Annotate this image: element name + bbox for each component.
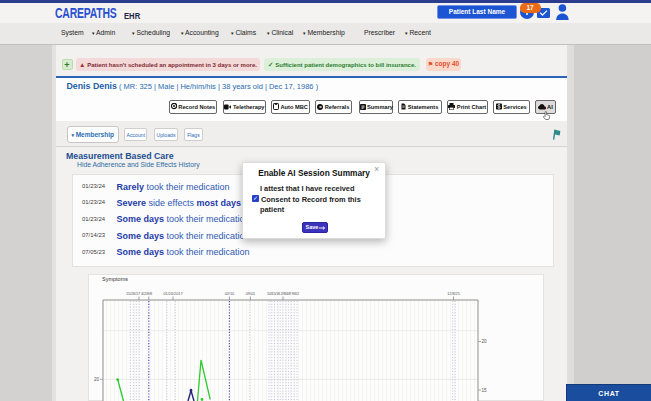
svg-text:09/01: 09/01 bbox=[246, 292, 256, 296]
svg-text:01/24/2017: 01/24/2017 bbox=[163, 292, 182, 296]
svg-text:20: 20 bbox=[94, 377, 100, 382]
svg-text:12/8/25: 12/8/25 bbox=[447, 292, 460, 296]
svg-text:15/26/17 4/2/8/8: 15/26/17 4/2/8/8 bbox=[126, 292, 152, 296]
svg-text:15: 15 bbox=[482, 388, 488, 393]
svg-text:20: 20 bbox=[482, 339, 488, 344]
svg-text:10/15/18 2/8/4/8 9/6/2: 10/15/18 2/8/4/8 9/6/2 bbox=[267, 292, 299, 296]
svg-text:02/10: 02/10 bbox=[225, 292, 235, 296]
